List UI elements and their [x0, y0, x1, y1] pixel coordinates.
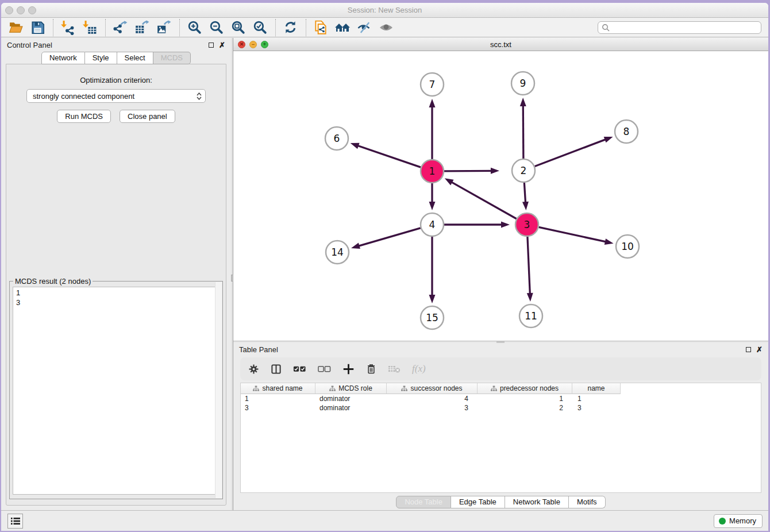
- select-all-rows-icon[interactable]: [293, 365, 306, 373]
- graph-edge-arrowhead: [604, 137, 613, 142]
- tab-select[interactable]: Select: [117, 52, 153, 64]
- open-file-icon[interactable]: [7, 20, 24, 36]
- import-network-icon[interactable]: [59, 20, 76, 36]
- refresh-icon[interactable]: [282, 20, 299, 36]
- graph-edge-arrowhead: [522, 202, 529, 210]
- close-panel-button[interactable]: Close panel: [120, 110, 175, 123]
- graph-edge-arrowhead: [445, 178, 454, 185]
- clone-network-icon[interactable]: [312, 20, 329, 36]
- split-columns-icon[interactable]: [271, 364, 282, 375]
- tab-style[interactable]: Style: [85, 52, 117, 64]
- table-cell: 1: [241, 394, 315, 403]
- graph-node-label: 6: [334, 133, 340, 144]
- table-cell: dominator: [315, 394, 387, 403]
- result-scrollbar[interactable]: [215, 282, 222, 498]
- zoom-in-icon[interactable]: [186, 20, 203, 36]
- zoom-out-icon[interactable]: [207, 20, 225, 36]
- tab-edge-table[interactable]: Edge Table: [451, 496, 505, 508]
- search-input[interactable]: [598, 21, 761, 34]
- control-panel: Control Panel ✗ NetworkStyleSelectMCDS O…: [1, 38, 231, 510]
- network-window-title: scc.txt: [233, 40, 768, 49]
- table-cell: 3: [241, 403, 315, 413]
- column-header-name[interactable]: name: [572, 383, 621, 394]
- export-network-icon[interactable]: [111, 20, 129, 36]
- zoom-selected-icon[interactable]: [251, 20, 268, 36]
- graph-node-label: 2: [521, 165, 527, 176]
- tab-motifs[interactable]: Motifs: [569, 496, 606, 508]
- table-row[interactable]: 1dominator411: [241, 394, 761, 403]
- table-cell: 1: [572, 394, 621, 403]
- graph-edge-arrowhead: [605, 238, 614, 245]
- table-cell: dominator: [315, 403, 387, 413]
- run-mcds-button[interactable]: Run MCDS: [57, 110, 111, 123]
- tree-icon: [253, 385, 259, 392]
- main-toolbar: [1, 18, 768, 37]
- window-title: Session: New Session: [1, 6, 768, 14]
- add-column-icon[interactable]: [342, 363, 355, 375]
- tree-icon: [329, 385, 336, 392]
- function-builder-icon[interactable]: f(x): [412, 363, 426, 375]
- tree-icon: [491, 385, 497, 392]
- toolbar-separator: [53, 19, 53, 36]
- float-panel-icon[interactable]: [209, 43, 214, 48]
- search-icon: [602, 24, 610, 32]
- node-table: shared nameMCDS rolesuccessor nodesprede…: [240, 383, 761, 493]
- delete-table-icon[interactable]: [388, 365, 401, 373]
- graph-edge-2-9[interactable]: [523, 105, 523, 159]
- export-image-icon[interactable]: [155, 20, 172, 36]
- optimization-criterion-select[interactable]: strongly connected component: [26, 89, 206, 103]
- graph-edge-1-6[interactable]: [357, 145, 421, 167]
- float-panel-icon[interactable]: [746, 347, 751, 352]
- graph-node-label: 9: [520, 78, 526, 89]
- graph-node-label: 15: [426, 312, 438, 323]
- graph-edge-3-1[interactable]: [451, 182, 516, 219]
- column-header-successor-nodes[interactable]: successor nodes: [387, 383, 478, 394]
- memory-label: Memory: [729, 516, 756, 525]
- network-graph: 1234678910111415: [233, 51, 768, 341]
- network-view-window: ✕ – + scc.txt 1234678910111415: [233, 38, 768, 341]
- mcds-result-line: 1: [16, 288, 219, 298]
- table-row[interactable]: 3dominator323: [241, 403, 761, 413]
- gear-icon[interactable]: [248, 364, 259, 375]
- graph-edge-arrowhead: [429, 202, 436, 210]
- first-neighbors-icon[interactable]: [334, 20, 351, 36]
- delete-column-icon[interactable]: [366, 363, 376, 375]
- application-window: Session: New Session: [1, 3, 768, 531]
- mcds-result-text[interactable]: 13: [13, 287, 220, 495]
- hide-selected-icon[interactable]: [356, 20, 373, 36]
- memory-button[interactable]: Memory: [714, 514, 763, 528]
- control-panel-tab-bar: NetworkStyleSelectMCDS: [1, 52, 231, 64]
- tab-node-table[interactable]: Node Table: [396, 496, 451, 508]
- show-all-icon[interactable]: [378, 20, 395, 36]
- column-header-predecessor-nodes[interactable]: predecessor nodes: [478, 383, 572, 394]
- export-table-icon[interactable]: [133, 20, 151, 36]
- graph-edge-2-3[interactable]: [524, 183, 525, 203]
- graph-node-label: 3: [524, 219, 530, 230]
- save-session-icon[interactable]: [29, 20, 46, 36]
- deselect-rows-icon[interactable]: [318, 365, 331, 373]
- tab-network-table[interactable]: Network Table: [505, 496, 569, 508]
- graph-edge-arrowhead: [351, 243, 360, 249]
- graph-edge-1-2[interactable]: [444, 171, 492, 171]
- close-panel-icon[interactable]: ✗: [756, 346, 763, 353]
- tab-network[interactable]: Network: [41, 52, 85, 64]
- dropdown-stepper-icon: [197, 92, 202, 100]
- graph-edge-2-8[interactable]: [535, 139, 607, 166]
- tab-mcds[interactable]: MCDS: [153, 52, 191, 64]
- task-history-button[interactable]: [7, 514, 23, 529]
- close-panel-icon[interactable]: ✗: [219, 41, 225, 49]
- import-table-icon[interactable]: [81, 20, 98, 36]
- graph-edge-4-14[interactable]: [358, 228, 421, 246]
- mcds-result-line: 3: [16, 298, 219, 307]
- column-header-MCDS-role[interactable]: MCDS role: [315, 383, 387, 394]
- graph-edge-3-11[interactable]: [528, 237, 530, 295]
- table-cell: 1: [478, 394, 572, 403]
- splitter-handle[interactable]: [496, 341, 505, 343]
- zoom-fit-icon[interactable]: [229, 20, 247, 36]
- toolbar-separator: [306, 19, 306, 36]
- horizontal-splitter[interactable]: [233, 341, 768, 342]
- network-canvas[interactable]: 1234678910111415: [233, 51, 768, 341]
- graph-edge-3-10[interactable]: [539, 227, 607, 242]
- graph-node-label: 10: [621, 241, 634, 252]
- column-header-shared-name[interactable]: shared name: [241, 383, 315, 394]
